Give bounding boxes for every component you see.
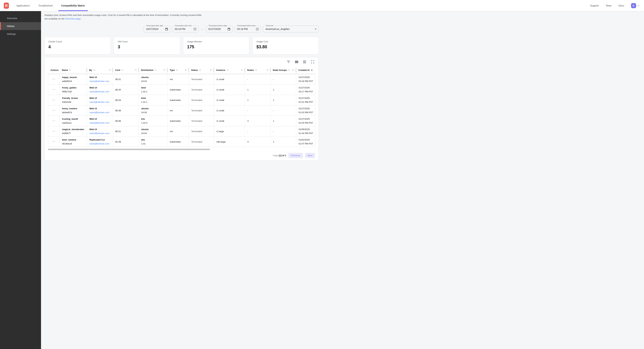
user-email-link[interactable]: name@domain.com — [90, 111, 110, 114]
sort-icon[interactable] — [69, 69, 71, 71]
page-description: Displays prior clusters/VMs and their as… — [44, 13, 204, 20]
column-resize-handle[interactable] — [188, 68, 189, 72]
cell-by: Web UIname@domain.com — [87, 116, 113, 126]
column-header-status[interactable]: Status — [189, 66, 214, 74]
drag-handle-icon[interactable] — [241, 69, 243, 71]
cell-status: Terminated — [189, 116, 214, 126]
column-header-node_groups[interactable]: Node Groups — [270, 66, 296, 74]
sort-icon[interactable] — [176, 69, 178, 71]
terminated-after-time-value[interactable]: 03:19 PM — [175, 28, 192, 30]
user-email-link[interactable]: name@domain.com — [90, 122, 110, 124]
drag-handle-icon[interactable] — [109, 69, 111, 71]
sidebar-item-settings[interactable]: Settings — [0, 30, 41, 38]
row-actions-button[interactable]: ••• — [52, 99, 56, 101]
tab-applications[interactable]: Applications — [15, 0, 32, 11]
timezone-value[interactable]: America/Los_Angeles — [266, 28, 313, 30]
clock-icon[interactable] — [256, 27, 259, 31]
tab-troubleshoot[interactable]: Troubleshoot — [36, 0, 54, 11]
calendar-icon[interactable] — [165, 27, 168, 31]
horizontal-scrollbar-thumb[interactable] — [48, 149, 210, 150]
sort-icon[interactable] — [288, 69, 290, 71]
cell-created_at: 01/27/202503:17 PM PST — [296, 84, 316, 95]
sort-icon[interactable] — [155, 69, 156, 71]
dropdown-arrow-icon[interactable] — [315, 28, 316, 30]
column-resize-handle[interactable] — [167, 68, 168, 72]
cell-instance: r1.large — [214, 126, 245, 136]
cell-instance: r1.small — [214, 105, 245, 116]
tab-compatibility-matrix[interactable]: Compatibility Matrix — [60, 0, 87, 11]
drag-handle-icon[interactable] — [292, 69, 294, 71]
row-actions-button[interactable]: ••• — [52, 140, 56, 143]
cell-actions: ••• — [48, 74, 60, 84]
sidebar-item-overview[interactable]: Overview — [0, 14, 41, 22]
column-resize-handle[interactable] — [270, 68, 271, 72]
usage-history-table: ActionsNameByCostDistributionTypeStatusI… — [48, 66, 315, 147]
sort-icon[interactable] — [226, 69, 228, 71]
column-header-by[interactable]: By — [87, 66, 113, 74]
column-resize-handle[interactable] — [214, 68, 214, 72]
cell-type: vm — [168, 126, 189, 136]
cell-created_at: 01/27/202501:03 PM PST — [296, 116, 316, 126]
terminated-before-date-field[interactable]: Terminated before date 01/27/2025 — [206, 26, 232, 32]
drag-handle-icon[interactable] — [210, 69, 212, 71]
replicated-logo[interactable]: R — [4, 2, 9, 9]
column-resize-handle[interactable] — [138, 68, 139, 72]
row-actions-button[interactable]: ••• — [52, 78, 56, 80]
user-email-link[interactable]: name@domain.com — [90, 90, 110, 93]
cell-by: Web UIname@domain.com — [87, 126, 113, 136]
terminated-before-date-value[interactable]: 01/27/2025 — [208, 28, 226, 30]
column-resize-handle[interactable] — [86, 68, 87, 72]
column-header-type[interactable]: Type — [167, 66, 189, 74]
cell-created_at: 01/09/202501:34 PM PST — [296, 126, 316, 136]
cell-distribution: ubuntu24.04 — [139, 126, 168, 136]
user-email-link[interactable]: name@domain.com — [90, 142, 110, 145]
table-body: •••happy_beavera48d9324Web UIname@domain… — [48, 74, 315, 147]
status-badge: Terminated — [191, 88, 212, 91]
sort-icon[interactable] — [255, 69, 257, 71]
previous-page-button[interactable]: Previous — [288, 153, 303, 158]
fullscreen-icon[interactable] — [311, 60, 314, 63]
drag-handle-icon[interactable] — [163, 69, 166, 71]
column-header-nodes[interactable]: Nodes — [245, 66, 270, 74]
column-header-name[interactable]: Name — [60, 66, 87, 74]
column-header-created_at[interactable]: Created At — [296, 66, 315, 74]
column-resize-handle[interactable] — [244, 68, 245, 72]
sort-icon[interactable] — [199, 69, 201, 71]
timezone-select[interactable]: Timezone America/Los_Angeles — [263, 26, 318, 32]
terminated-after-time-field[interactable]: Terminated after time 03:19 PM — [172, 26, 198, 32]
cell-type: kubernetes — [168, 116, 189, 126]
column-resize-handle[interactable] — [296, 68, 296, 72]
drag-handle-icon[interactable] — [266, 69, 269, 71]
next-page-button[interactable]: Next — [305, 153, 315, 158]
row-actions-button[interactable]: ••• — [52, 88, 56, 91]
sort-icon[interactable] — [93, 69, 95, 71]
overview-page-link[interactable]: Overview page — [65, 17, 81, 20]
row-actions-button[interactable]: ••• — [52, 120, 56, 122]
sort-icon[interactable] — [121, 69, 123, 71]
column-header-instance[interactable]: Instance — [214, 66, 245, 74]
user-email-link[interactable]: name@domain.com — [90, 132, 110, 135]
sort-descending-icon[interactable] — [311, 69, 313, 71]
user-email-link[interactable]: name@domain.com — [90, 80, 110, 82]
terminated-before-time-field[interactable]: Terminated before time 03:19 PM — [235, 26, 261, 32]
drag-handle-icon[interactable] — [134, 69, 137, 71]
terminated-after-date-value[interactable]: 10/27/2024 — [146, 28, 164, 30]
cell-nodes: 3 — [245, 116, 270, 126]
density-icon[interactable] — [303, 60, 306, 63]
column-header-distribution[interactable]: Distribution — [138, 66, 167, 74]
cell-created_at: 01/27/202501:51 PM PST — [296, 95, 316, 105]
calendar-icon[interactable] — [227, 27, 230, 31]
row-actions-button[interactable]: ••• — [52, 109, 56, 112]
user-email-link[interactable]: name@domain.com — [90, 101, 110, 103]
filter-icon[interactable] — [287, 60, 290, 63]
row-actions-button[interactable]: ••• — [52, 130, 56, 132]
column-resize-handle[interactable] — [112, 68, 113, 72]
column-header-cost[interactable]: Cost — [113, 66, 138, 74]
cell-created_at: 01/27/202501:03 PM PST — [296, 105, 316, 116]
columns-icon[interactable] — [295, 60, 298, 63]
sidebar-item-history[interactable]: History — [0, 22, 41, 30]
terminated-before-time-value[interactable]: 03:19 PM — [237, 28, 254, 30]
drag-handle-icon[interactable] — [184, 69, 187, 71]
clock-icon[interactable] — [193, 27, 196, 31]
terminated-after-date-field[interactable]: Terminated after date 10/27/2024 — [144, 26, 170, 32]
